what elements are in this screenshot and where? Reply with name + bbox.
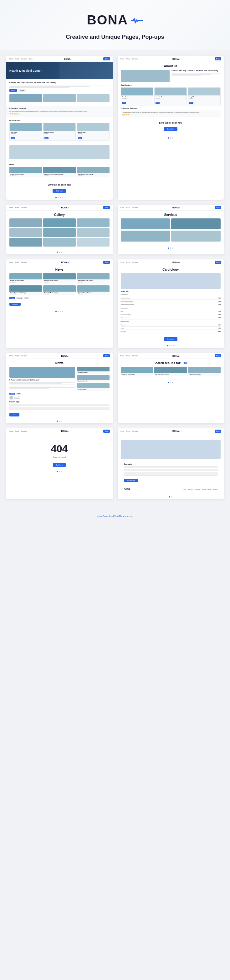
page-header: BONA Creative and Unique Pages, Pop-ups bbox=[0, 0, 230, 50]
contact-nav: Home About Services BONA✦ Book bbox=[117, 428, 224, 434]
home-hero-title: Health & Medical Center bbox=[10, 69, 41, 72]
home-nav: Home About Services News BONA✦ Book bbox=[6, 56, 113, 62]
home-cta: Let's talk or book now Book Now bbox=[6, 181, 113, 195]
news-read-more[interactable]: Read More bbox=[10, 303, 21, 306]
about-text-block: Choose The Top Clinic For Yourself and Y… bbox=[171, 70, 220, 82]
gallery-img-4 bbox=[10, 228, 42, 237]
home-hero: Health & Medical Center bbox=[6, 62, 113, 79]
about-img1 bbox=[121, 70, 170, 82]
news-grid-row1: Prepare for Aortic Surgery 12 Jan 2023 M… bbox=[10, 273, 109, 283]
contact-page-preview: Home About Services BONA✦ Book Contacts … bbox=[117, 428, 224, 499]
home-img3 bbox=[77, 94, 109, 102]
doctor-img-2 bbox=[43, 123, 75, 131]
cardiology-cta-btn[interactable]: Book Now bbox=[164, 337, 178, 341]
contact-message-field[interactable] bbox=[124, 472, 218, 476]
cardiology-page-preview: Home About Services BONA✦ Book Cardiolog… bbox=[117, 259, 224, 348]
price-list-exam: ECG $30 Echocardiography $120 Stress tes… bbox=[121, 310, 221, 320]
search-title: Search results for: The bbox=[121, 361, 221, 365]
about-doctor-grid: Sara Harris Cardiologist Book Amanda Bro… bbox=[121, 87, 221, 105]
news-article-main: 5 Reasons to have Aortic Surgery bbox=[10, 367, 75, 391]
doctor-img-1 bbox=[10, 123, 41, 131]
home-img2 bbox=[43, 94, 76, 102]
gallery-pagination bbox=[6, 250, 113, 255]
contact-map-area bbox=[121, 437, 221, 462]
gallery-img-5 bbox=[43, 228, 76, 237]
gallery-img-8 bbox=[43, 238, 76, 247]
service-card-2 bbox=[171, 218, 220, 229]
doctor-card-1: Sara Harris Cardiologist Book bbox=[10, 123, 42, 141]
home-btn2[interactable]: Learn More bbox=[18, 89, 26, 92]
error-nav: Home About Services BONA✦ Book bbox=[6, 428, 113, 434]
services-pagination bbox=[117, 246, 224, 250]
services-section: Services bbox=[117, 211, 224, 246]
cardiology-title: Cardiology bbox=[121, 268, 221, 271]
contact-email-field[interactable] bbox=[124, 469, 218, 471]
gallery-img-3 bbox=[77, 218, 109, 227]
service-card-1 bbox=[121, 218, 170, 229]
home-news-3: Right Nutrition After Surgery 18 Jan 202… bbox=[77, 167, 109, 177]
news-article-sidebar: 5 Reasons Surgery Migraines Consult bbox=[77, 367, 109, 391]
home-section1-title: Choose The Top Clinic For Yourself and Y… bbox=[10, 82, 109, 84]
gallery-page-preview: Home About Services BONA✦ Book Gallery bbox=[6, 205, 113, 255]
news-article-nav: Home About Services BONA✦ Book bbox=[6, 353, 113, 359]
news-article-comments-area: John D. Great article! bbox=[10, 396, 109, 399]
news-article-tags: Surgery Health bbox=[10, 393, 109, 395]
gallery-img-7 bbox=[10, 238, 42, 247]
news-article-layout: 5 Reasons to have Aortic Surgery 5 Reaso… bbox=[10, 367, 109, 391]
reply-message-field[interactable] bbox=[10, 407, 109, 410]
cardiology-hero-img bbox=[121, 273, 221, 289]
reply-submit-btn[interactable]: Submit bbox=[10, 413, 19, 417]
home-nav-links: Home About Services News bbox=[9, 58, 33, 60]
news-title: News bbox=[10, 268, 109, 271]
search-pagination bbox=[117, 380, 224, 385]
home-cta-btn[interactable]: Book Now bbox=[52, 189, 66, 193]
footer-links: Home About us Services Gallery News Cont… bbox=[183, 488, 217, 490]
gallery-img-1 bbox=[10, 218, 42, 227]
home-hero-img bbox=[10, 145, 109, 159]
error-code: 404 bbox=[10, 437, 109, 456]
contact-name-field[interactable] bbox=[124, 466, 218, 468]
home-nav-btn[interactable]: Book bbox=[103, 57, 110, 60]
news-tags: Surgery Cardiology Health bbox=[10, 297, 109, 299]
home-img-row bbox=[6, 94, 113, 106]
contact-form: Contacts Send Message bbox=[121, 462, 221, 484]
logo-text: BONA bbox=[87, 13, 128, 27]
logo-pulse-icon bbox=[131, 14, 143, 27]
gallery-img-9 bbox=[77, 238, 109, 247]
contact-submit-btn[interactable]: Send Message bbox=[124, 479, 139, 482]
contact-pagination bbox=[117, 495, 224, 499]
search-nav: Home About Services BONA✦ Book bbox=[117, 353, 224, 359]
service-card-3 bbox=[121, 231, 170, 242]
gallery-row2 bbox=[10, 228, 109, 237]
about-nav: Home About Services BONA✦ Book bbox=[117, 56, 224, 62]
error-home-btn[interactable]: Go Home bbox=[53, 463, 66, 467]
doctor-card-3: Angel Fisher Surgeon Book bbox=[77, 123, 109, 141]
reply-name-field[interactable] bbox=[10, 404, 109, 406]
about-cta-btn[interactable]: Book Now bbox=[164, 127, 178, 131]
gallery-row1 bbox=[10, 218, 109, 227]
services-grid bbox=[121, 218, 221, 242]
about-review: Our team helped to give you all the mark… bbox=[121, 110, 221, 117]
home-img1 bbox=[10, 94, 42, 102]
about-image-text: Choose The Top Clinic For Yourself and Y… bbox=[121, 70, 221, 82]
gallery-row3 bbox=[10, 238, 109, 247]
cardiology-section: Cardiology Price list Consultation Initi… bbox=[117, 265, 224, 344]
about-title: About us bbox=[121, 64, 221, 68]
price-list-consultation: Initial consultation $50 Follow-up consu… bbox=[121, 297, 221, 306]
home-btn1[interactable]: Book Now bbox=[10, 89, 17, 92]
reply-form: Submit bbox=[10, 404, 109, 417]
home-doctor-grid: Sara Harris Cardiologist Book Amanda Bro… bbox=[10, 123, 109, 141]
doctor-img-3 bbox=[77, 123, 109, 131]
search-page-preview: Home About Services BONA✦ Book Search re… bbox=[117, 353, 224, 423]
gallery-title: Gallery bbox=[10, 213, 109, 216]
gallery-img-6 bbox=[77, 228, 109, 237]
news-section: News Prepare for Aortic Surgery 12 Jan 2… bbox=[6, 265, 113, 309]
home-hero2 bbox=[6, 145, 113, 161]
search-section: Search results for: The Prepare for Aort… bbox=[117, 359, 224, 380]
about-page-preview: Home About Services BONA✦ Book About us … bbox=[117, 56, 224, 200]
gallery-img-2 bbox=[43, 218, 76, 227]
watermark: www.DownloadNewThemes.com bbox=[0, 512, 230, 521]
cardiology-pagination bbox=[117, 344, 224, 348]
home-nav-logo: BONA✦ bbox=[64, 58, 72, 60]
home-section1: Choose The Top Clinic For Yourself and Y… bbox=[6, 79, 113, 94]
